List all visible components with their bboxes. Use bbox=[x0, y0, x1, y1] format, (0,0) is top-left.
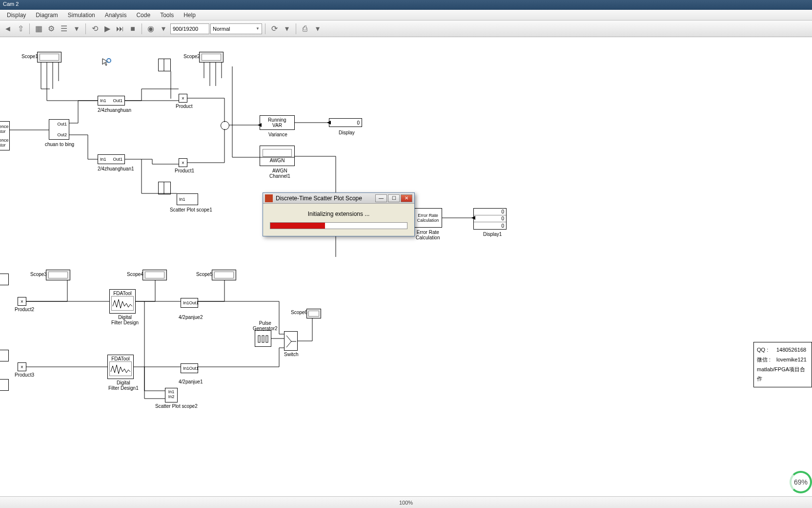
z24-2-block[interactable]: In1 Out1 bbox=[98, 154, 125, 164]
menu-code[interactable]: Code bbox=[131, 11, 155, 20]
fast-restart-button[interactable]: ⟳ bbox=[268, 23, 280, 35]
panjue1-block[interactable]: In1Out1 bbox=[181, 298, 198, 308]
scatter2-block[interactable]: In1 In2 bbox=[165, 388, 178, 402]
stop-button[interactable]: ■ bbox=[127, 23, 139, 35]
wm-tag: matlab/FPGA项目合作 bbox=[757, 365, 809, 384]
pulse-label: PulseGenerator2 bbox=[253, 320, 278, 331]
error-rate-block[interactable]: Error Rate Calculation bbox=[414, 208, 442, 228]
dialog-close-button[interactable]: ✕ bbox=[401, 194, 412, 202]
gain-block-1[interactable] bbox=[0, 274, 9, 285]
svg-rect-1 bbox=[262, 336, 264, 342]
running-var-block[interactable]: Running VAR bbox=[260, 115, 295, 130]
z24-1-block[interactable]: In1 Out1 bbox=[98, 96, 125, 106]
scatter1-label: Scatter Plot scope1 bbox=[170, 207, 212, 212]
scope2-block[interactable] bbox=[199, 52, 223, 63]
bus-block-mid[interactable] bbox=[158, 182, 171, 194]
errcalc-l2: Calculation bbox=[414, 218, 442, 223]
record-dropdown[interactable]: ▾ bbox=[158, 23, 169, 35]
awgn-text: AWGN bbox=[270, 158, 285, 163]
window-title: Cam 2 bbox=[3, 1, 19, 7]
zoom-level: 100% bbox=[399, 500, 413, 506]
fast-restart-dropdown-icon[interactable]: ▾ bbox=[281, 23, 293, 35]
svg-rect-2 bbox=[266, 336, 268, 342]
fda1-label: DigitalFilter Design bbox=[111, 315, 139, 325]
scope6-block[interactable] bbox=[306, 309, 321, 318]
gain-block-2[interactable] bbox=[0, 350, 9, 361]
canvas[interactable]: Scope1 Scope2 uence rator uence rator Ou… bbox=[0, 37, 812, 496]
display1-block[interactable]: 0 0 0 bbox=[473, 208, 507, 230]
chevron-down-icon: ▼ bbox=[256, 26, 260, 31]
cursor-busy-icon bbox=[102, 58, 111, 67]
product2-block[interactable]: × bbox=[18, 297, 26, 306]
build-dropdown-icon[interactable]: ▾ bbox=[312, 23, 324, 35]
scope3-block[interactable] bbox=[46, 270, 70, 280]
z24-1-in: In1 bbox=[100, 98, 106, 103]
z24-1-out: Out1 bbox=[113, 98, 122, 103]
menu-help[interactable]: Help bbox=[179, 11, 201, 20]
nav-up-button[interactable]: ⇧ bbox=[15, 23, 26, 35]
percent-value: 69% bbox=[794, 478, 808, 486]
library-button[interactable]: ⚙ bbox=[45, 23, 57, 35]
dialog-maximize-button[interactable]: ☐ bbox=[388, 194, 400, 202]
sim-time-input[interactable] bbox=[170, 23, 209, 34]
sim-mode-dropdown[interactable]: Normal▼ bbox=[210, 23, 262, 34]
titlebar: Cam 2 bbox=[0, 0, 812, 10]
product1-label: Product1 bbox=[175, 168, 194, 173]
display-block[interactable]: 0 bbox=[329, 118, 362, 127]
product-label: Product bbox=[176, 104, 192, 109]
dialog-minimize-button[interactable]: — bbox=[375, 194, 387, 202]
wm-qq-label: QQ : bbox=[757, 345, 776, 355]
scatter1-block[interactable]: In1 bbox=[177, 193, 198, 205]
panjue2-block[interactable]: In1Out1 bbox=[181, 363, 198, 373]
runvar-l1: Running bbox=[268, 117, 286, 123]
switch-block[interactable] bbox=[284, 331, 298, 351]
product-block[interactable]: × bbox=[179, 94, 187, 103]
variance-label: Variance bbox=[268, 132, 287, 137]
sum-block[interactable] bbox=[221, 121, 229, 130]
step-back-button[interactable]: ⟲ bbox=[89, 23, 101, 35]
menu-tools[interactable]: Tools bbox=[155, 11, 179, 20]
display-value: 0 bbox=[357, 120, 360, 126]
errcalc-l1: Error Rate bbox=[414, 213, 442, 218]
chuan-block[interactable]: Out1 Out2 bbox=[49, 119, 69, 140]
scope4-label: Scope4 bbox=[127, 272, 143, 277]
dialog-message: Initializing extensions ... bbox=[270, 211, 407, 217]
sequence-generator-block[interactable]: uence rator uence rator bbox=[0, 121, 10, 150]
dialog-titlebar[interactable]: Discrete-Time Scatter Plot Scope — ☐ ✕ bbox=[263, 193, 414, 204]
matlab-icon bbox=[265, 194, 273, 202]
menu-display[interactable]: Display bbox=[2, 11, 31, 20]
gain-block-3[interactable] bbox=[0, 379, 9, 391]
step-forward-button[interactable]: ⏭ bbox=[114, 23, 126, 35]
model-explorer-button[interactable]: ☰ bbox=[58, 23, 70, 35]
seqgen-l4: rator bbox=[0, 143, 9, 148]
run-button[interactable]: ▶ bbox=[102, 23, 113, 35]
wm-wx: lovemike121 bbox=[776, 355, 807, 365]
fda1-block[interactable]: FDATool bbox=[109, 289, 136, 314]
panjue2-out: Out1 bbox=[189, 366, 199, 371]
menu-diagram[interactable]: Diagram bbox=[31, 11, 62, 20]
toolbar: ◄ ⇧ ▦ ⚙ ☰ ▾ ⟲ ▶ ⏭ ■ ◉ ▾ Normal▼ ⟳ ▾ ⎙ ▾ bbox=[0, 21, 812, 37]
bus-block-top[interactable] bbox=[158, 59, 171, 71]
scope1-block[interactable] bbox=[37, 52, 61, 63]
statusbar: 100% bbox=[0, 496, 812, 508]
pulse-block[interactable] bbox=[255, 330, 271, 347]
record-button[interactable]: ◉ bbox=[145, 23, 157, 35]
awgn-block[interactable]: AWGN bbox=[260, 146, 295, 166]
seqgen-l2: rator bbox=[0, 129, 9, 134]
product3-block[interactable]: × bbox=[18, 362, 26, 371]
awgn-label: AWGNChannel1 bbox=[269, 168, 290, 179]
nav-back-button[interactable]: ◄ bbox=[2, 23, 14, 35]
fda2-block[interactable]: FDATool bbox=[107, 355, 134, 379]
wm-qq: 1480526168 bbox=[776, 345, 806, 355]
scope6-label: Scope6 bbox=[291, 310, 307, 315]
menu-simulation[interactable]: Simulation bbox=[63, 11, 100, 20]
product1-block[interactable]: × bbox=[179, 158, 187, 167]
menu-analysis[interactable]: Analysis bbox=[100, 11, 132, 20]
scope4-block[interactable] bbox=[142, 270, 167, 280]
build-button[interactable]: ⎙ bbox=[299, 23, 311, 35]
chuan-label: chuan to bing bbox=[45, 142, 74, 147]
seqgen-l1: uence bbox=[0, 124, 9, 129]
model-browser-button[interactable]: ▦ bbox=[33, 23, 44, 35]
dropdown-icon[interactable]: ▾ bbox=[71, 23, 82, 35]
scope5-block[interactable] bbox=[212, 270, 236, 280]
